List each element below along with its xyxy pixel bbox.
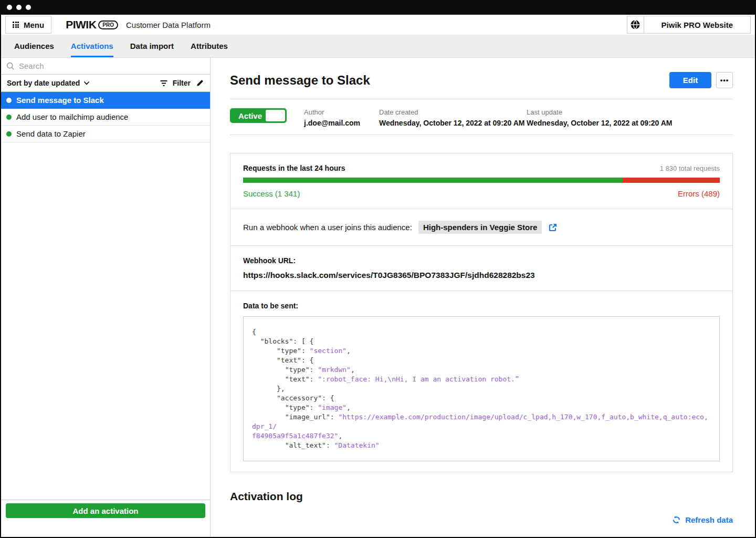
payload-code: { "blocks": [ { "type": "section", "text… xyxy=(243,316,720,461)
filter-button[interactable]: Filter xyxy=(173,79,191,87)
add-activation-button[interactable]: Add an activation xyxy=(6,503,205,518)
active-toggle[interactable]: Active xyxy=(230,108,287,123)
requests-title: Requests in the last 24 hours xyxy=(243,164,345,172)
payload-section: Data to be sent: { "blocks": [ { "type":… xyxy=(230,291,732,472)
payload-label: Data to be sent: xyxy=(243,302,720,310)
webhook-trigger-section: Run a webhook when a user joins this aud… xyxy=(230,209,732,245)
menu-button[interactable]: Menu xyxy=(5,16,51,34)
webhook-url-section: Webhook URL: https://hooks.slack.com/ser… xyxy=(230,245,732,291)
tab-data-import[interactable]: Data import xyxy=(130,35,174,57)
audience-chip[interactable]: High-spenders in Veggie Store xyxy=(418,221,542,234)
activation-item-label: Send message to Slack xyxy=(16,96,104,105)
module-tabs: Audiences Activations Data import Attrib… xyxy=(1,35,755,58)
errors-count-label: Errors (489) xyxy=(678,189,720,198)
sidebar-footer: Add an activation xyxy=(1,500,210,537)
external-link-icon[interactable] xyxy=(548,223,558,232)
tab-attributes[interactable]: Attributes xyxy=(191,35,228,57)
piwik-logo: PIWIK PRO Customer Data Platform xyxy=(66,18,211,31)
date-created-value: Wednesday, October 12, 2022 at 09:20 AM xyxy=(379,119,527,127)
status-dot xyxy=(6,115,12,120)
webhook-url-value: https://hooks.slack.com/services/T0JG836… xyxy=(243,271,720,280)
website-selector-label: Piwik PRO Website xyxy=(644,16,750,33)
window-titlebar xyxy=(0,0,756,15)
app-header: Menu PIWIK PRO Customer Data Platform Pi… xyxy=(1,15,755,35)
activations-sidebar: Sort by date updated Filter Send message… xyxy=(1,58,211,537)
menu-button-label: Menu xyxy=(24,20,44,29)
window-control-dot[interactable] xyxy=(7,5,12,10)
active-toggle-label: Active xyxy=(238,111,262,120)
last-update-value: Wednesday, October 12, 2022 at 09:20 AM xyxy=(527,119,673,127)
toggle-knob xyxy=(266,110,285,121)
sort-dropdown[interactable]: Sort by date updated xyxy=(7,79,89,87)
app-window: Menu PIWIK PRO Customer Data Platform Pi… xyxy=(1,15,755,537)
success-bar xyxy=(243,178,623,183)
refresh-data-label: Refresh data xyxy=(685,515,733,524)
activation-meta: Active Author j.doe@mail.com Date create… xyxy=(230,99,733,135)
more-options-button[interactable]: ••• xyxy=(716,72,733,88)
globe-icon xyxy=(627,16,644,33)
edit-pencil-icon[interactable] xyxy=(196,79,204,87)
meta-label: Author xyxy=(304,108,379,116)
total-requests-label: 1 830 total requests xyxy=(660,164,720,172)
tab-activations[interactable]: Activations xyxy=(71,35,113,57)
window-control-dot[interactable] xyxy=(16,5,22,10)
edit-button[interactable]: Edit xyxy=(669,72,711,88)
author-value: j.doe@mail.com xyxy=(304,119,379,127)
meta-label: Date created xyxy=(379,108,527,116)
filter-icon xyxy=(160,80,167,87)
webhook-url-label: Webhook URL: xyxy=(243,256,720,265)
search-icon xyxy=(6,62,15,70)
activation-log-title: Activation log xyxy=(230,490,733,503)
activation-item-label: Add user to mailchimp audience xyxy=(16,112,128,121)
page-title: Send message to Slack xyxy=(230,73,370,88)
requests-progress-bar xyxy=(243,178,720,183)
search-bar xyxy=(1,58,210,75)
success-count-label: Success (1 341) xyxy=(243,189,300,198)
sort-dropdown-label: Sort by date updated xyxy=(7,79,80,87)
refresh-icon xyxy=(672,515,681,524)
activation-list-item[interactable]: Send message to Slack xyxy=(1,92,210,109)
activation-item-label: Send data to Zapier xyxy=(16,129,86,138)
activation-detail: Send message to Slack Edit ••• Active Au… xyxy=(211,58,755,537)
activation-details-card: Requests in the last 24 hours 1 830 tota… xyxy=(230,153,733,472)
meta-label: Last update xyxy=(527,108,673,116)
window-control-dot[interactable] xyxy=(26,5,31,10)
activation-list-item[interactable]: Add user to mailchimp audience xyxy=(1,109,210,126)
activation-list-item[interactable]: Send data to Zapier xyxy=(1,126,210,142)
requests-section: Requests in the last 24 hours 1 830 tota… xyxy=(230,153,732,209)
menu-grid-icon xyxy=(13,22,19,28)
activation-list: Send message to Slack Add user to mailch… xyxy=(1,92,210,142)
search-input[interactable] xyxy=(19,61,205,70)
tab-audiences[interactable]: Audiences xyxy=(14,35,54,57)
chevron-down-icon xyxy=(84,81,89,85)
logo-wordmark: PIWIK xyxy=(66,18,96,31)
logo-pro-badge: PRO xyxy=(98,20,118,29)
list-toolbar: Sort by date updated Filter xyxy=(1,75,210,92)
status-dot xyxy=(6,131,12,137)
status-dot xyxy=(6,98,12,103)
webhook-trigger-text: Run a webhook when a user joins this aud… xyxy=(243,223,412,232)
website-selector[interactable]: Piwik PRO Website xyxy=(627,16,751,34)
refresh-data-button[interactable]: Refresh data xyxy=(672,515,733,524)
product-name: Customer Data Platform xyxy=(126,20,211,29)
